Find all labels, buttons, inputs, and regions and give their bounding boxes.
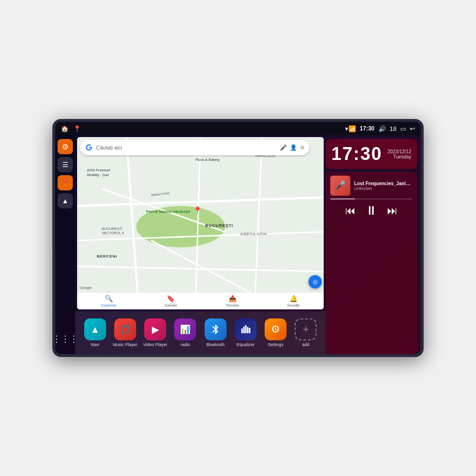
bluetooth-label: Bluetooth (207, 342, 225, 347)
apps-grid-icon: ⋮⋮⋮ (55, 334, 78, 344)
status-right: ▾📶 17:30 🔊 18 ▭ ↩ (345, 125, 415, 132)
video-player-icon: ▶ (144, 318, 166, 340)
music-progress-bar[interactable] (330, 198, 412, 199)
send-icon: 📤 (228, 295, 237, 302)
search-placeholder-text: Căutați aici (96, 145, 277, 150)
map-tab-explore[interactable]: 🔍 Explorați (101, 295, 116, 307)
map-tab-send[interactable]: 📤 Trimiteți (226, 295, 239, 307)
app-video-player[interactable]: ▶ Video Player (141, 318, 169, 347)
map-container: Google AXIS PremiumMobility - Sud Pizza … (77, 137, 324, 309)
send-label: Trimiteți (226, 303, 239, 307)
map-pin-main: 📍 (193, 206, 202, 215)
right-panel: 17:30 2023/12/12 Tuesday (326, 135, 421, 354)
map-bottom-bar: 🔍 Explorați 🔖 Salvate 📤 Trimiteți � (77, 292, 324, 309)
svg-rect-13 (245, 325, 247, 333)
wifi-icon: ▾📶 (345, 125, 356, 132)
battery-icon: ▭ (400, 125, 406, 132)
svg-rect-11 (241, 328, 243, 333)
music-progress-fill (330, 198, 355, 199)
clock-date-area: 2023/12/12 Tuesday (387, 149, 411, 159)
svg-text:🎤: 🎤 (335, 180, 346, 190)
music-widget: 🎤 Lost Frequencies_Janie... Unknown ⏮ ⏸ … (326, 172, 417, 354)
map-label-pizza: Pizza & Bakery (196, 158, 220, 162)
map-widget[interactable]: Google AXIS PremiumMobility - Sud Pizza … (77, 137, 324, 309)
svg-rect-15 (249, 328, 250, 333)
prev-track-button[interactable]: ⏮ (345, 205, 356, 217)
video-player-label: Video Player (143, 342, 168, 347)
explore-icon: 🔍 (105, 295, 113, 302)
map-tab-saved[interactable]: 🔖 Salvate (165, 295, 178, 307)
settings-map-icon[interactable]: ⚙ (300, 145, 305, 151)
music-player-icon: 🎵 (114, 318, 136, 340)
status-left: 🏠 📍 (61, 125, 81, 132)
account-icon[interactable]: 👤 (290, 144, 297, 151)
radio-label: radio (180, 342, 190, 347)
settings-app-icon: ⚙ (265, 318, 287, 340)
music-controls: ⏮ ⏸ ⏭ (330, 203, 412, 218)
news-icon: 🔔 (289, 295, 298, 302)
music-title: Lost Frequencies_Janie... (354, 181, 412, 186)
device-frame: 🏠 📍 ▾📶 17:30 🔊 18 ▭ ↩ ⚙ (52, 119, 424, 357)
status-time: 17:30 (360, 125, 375, 132)
map-tab-news[interactable]: 🔔 Noutăți (288, 295, 299, 307)
map-svg: Google (77, 137, 324, 309)
battery-level: 18 (390, 125, 397, 132)
files-icon: ☰ (62, 161, 69, 169)
status-bar: 🏠 📍 ▾📶 17:30 🔊 18 ▭ ↩ (55, 122, 421, 135)
app-settings[interactable]: ⚙ Settings (261, 318, 290, 347)
map-label-sector4: BUCUREȘTISECTORUL 4 (102, 227, 124, 235)
google-logo (85, 143, 93, 152)
sidebar-nav-btn[interactable]: ▲ (58, 193, 73, 208)
saved-icon: 🔖 (167, 295, 175, 302)
svg-rect-12 (243, 327, 245, 333)
nav-arrow-icon: ▲ (62, 197, 69, 205)
clock-day-display: Tuesday (387, 154, 411, 159)
app-add[interactable]: + add (291, 318, 320, 347)
gear-icon: ⚙ (62, 142, 69, 151)
clock-date-display: 2023/12/12 (387, 149, 411, 154)
bluetooth-icon (205, 318, 227, 340)
map-label-berceni: BERCENI (97, 254, 117, 258)
volume-icon: 🔊 (378, 125, 386, 132)
app-music-player[interactable]: 🎵 Music Player (111, 318, 139, 347)
map-label-axis: AXIS PremiumMobility - Sud (87, 168, 110, 178)
app-navi[interactable]: ▲ Navi (81, 318, 109, 347)
center-area: Google AXIS PremiumMobility - Sud Pizza … (75, 135, 326, 354)
sidebar-map-btn[interactable]: 📍 (58, 175, 73, 190)
app-radio[interactable]: 📊 radio (171, 318, 199, 347)
map-label-bucharest: BUCUREȘTI (205, 223, 233, 228)
add-icon: + (295, 318, 317, 340)
mic-icon[interactable]: 🎤 (280, 144, 287, 151)
music-info: 🎤 Lost Frequencies_Janie... Unknown (330, 176, 412, 196)
equalizer-label: Equalizer (237, 342, 255, 347)
svg-rect-14 (247, 327, 248, 333)
clock-widget: 17:30 2023/12/12 Tuesday (326, 139, 417, 169)
maps-nav-icon[interactable]: 📍 (73, 125, 81, 132)
app-bluetooth[interactable]: Bluetooth (201, 318, 230, 347)
back-icon[interactable]: ↩ (410, 125, 415, 132)
main-content: ⚙ ☰ 📍 ▲ ⋮⋮⋮ (55, 135, 421, 354)
saved-label: Salvate (165, 303, 178, 307)
next-track-button[interactable]: ⏭ (387, 205, 397, 217)
music-text: Lost Frequencies_Janie... Unknown (354, 181, 412, 191)
pause-button[interactable]: ⏸ (365, 203, 377, 218)
equalizer-icon (235, 318, 257, 340)
sidebar-apps-btn[interactable]: ⋮⋮⋮ (58, 331, 73, 347)
app-equalizer[interactable]: Equalizer (231, 318, 260, 347)
navi-icon: ▲ (84, 318, 106, 340)
map-search-bar[interactable]: Căutați aici 🎤 👤 ⚙ (80, 140, 309, 155)
music-artist: Unknown (354, 186, 412, 191)
map-label-ilfov: JUDEȚUL ILFOV (240, 232, 267, 236)
app-dock: ▲ Navi 🎵 Music Player ▶ Video Player (75, 311, 326, 354)
map-pin-icon: 📍 (61, 179, 69, 187)
map-fab-button[interactable]: ◎ (308, 275, 322, 288)
album-art: 🎤 (330, 176, 350, 196)
radio-icon: 📊 (174, 318, 196, 340)
sidebar-settings-btn[interactable]: ⚙ (58, 139, 73, 154)
map-label-park: Parcul Natural Văcărești (146, 209, 190, 214)
clock-time-display: 17:30 (331, 144, 382, 164)
home-icon[interactable]: 🏠 (61, 125, 69, 132)
settings-label: Settings (268, 342, 284, 347)
navi-label: Navi (91, 342, 99, 347)
sidebar-files-btn[interactable]: ☰ (58, 157, 73, 172)
